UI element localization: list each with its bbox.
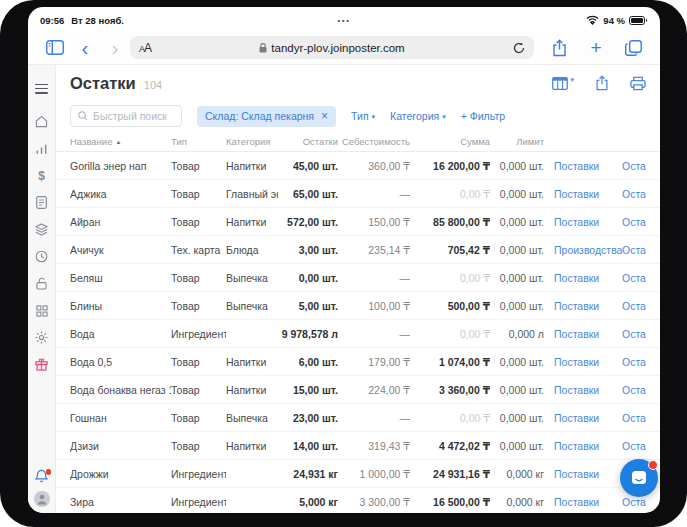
chevron-down-icon: ▾ (570, 76, 574, 84)
remains-link[interactable]: Остатки (622, 356, 646, 368)
cell-sum: 1 074,00 ₸ (410, 356, 490, 368)
columns-button[interactable]: ▾ (552, 77, 574, 90)
cell-cost: 179,00 ₸ (338, 356, 410, 368)
table-row[interactable]: Гошнан Товар Выпечка 23,00 шт. — 0,00 ₸ … (56, 404, 660, 432)
table-row[interactable]: Беляш Товар Выпечка 0,00 шт. — 0,00 ₸ 0,… (56, 264, 660, 292)
supply-link[interactable]: Поставки (554, 384, 622, 396)
col-header-sum[interactable]: Сумма (410, 136, 490, 147)
table-row[interactable]: Дрожжи Ингредиент 24,931 кг 1 000,00 ₸ 2… (56, 460, 660, 488)
supply-link[interactable]: Поставки (554, 328, 622, 340)
supply-link[interactable]: Поставки (554, 188, 622, 200)
notifications-button[interactable] (34, 468, 49, 483)
print-button[interactable] (630, 76, 646, 91)
type-filter-dropdown[interactable]: Тип ▾ (351, 110, 375, 122)
forward-button[interactable]: › (100, 35, 130, 61)
cell-name: Дрожжи (70, 468, 171, 480)
cell-name: Аджика (70, 188, 171, 200)
printer-icon (630, 76, 646, 91)
cell-limit: 0,000 шт. (490, 300, 544, 312)
search-input[interactable]: Быстрый поиск (70, 105, 182, 127)
back-button[interactable]: ‹ (70, 35, 100, 61)
table-row[interactable]: Айран Товар Напитки 572,00 шт. 150,00 ₸ … (56, 208, 660, 236)
col-header-cost[interactable]: Себестоимость (338, 136, 410, 147)
lock-open-icon (36, 277, 47, 290)
remains-link[interactable]: Остатки (622, 272, 646, 284)
url-text: tandyr-plov.joinposter.com (271, 42, 404, 54)
app-sidebar: $ (28, 65, 56, 513)
remains-link[interactable]: Остатки (622, 160, 646, 172)
supply-link[interactable]: Поставки (554, 356, 622, 368)
table-row[interactable]: Ачичук Тех. карта Блюда 3,00 шт. 235,14 … (56, 236, 660, 264)
cell-cost: — (338, 328, 410, 340)
sidebar-item-promotions[interactable] (34, 357, 49, 372)
new-tab-button[interactable]: + (581, 35, 611, 61)
cell-category: Напитки (226, 356, 278, 368)
reload-button[interactable] (513, 42, 525, 54)
remains-link[interactable]: Остатки (622, 328, 646, 340)
supply-link[interactable]: Поставки (554, 440, 622, 452)
sidebar-item-apps[interactable] (34, 303, 49, 318)
col-header-type[interactable]: Тип (171, 136, 226, 147)
cell-cost: — (338, 412, 410, 424)
remains-link[interactable]: Остатки (622, 496, 646, 508)
supply-link[interactable]: Поставки (554, 496, 622, 508)
table-row[interactable]: Вода Ингредиент 9 978,578 л — 0,00 ₸ 0,0… (56, 320, 660, 348)
sidebar-item-home[interactable] (34, 114, 49, 129)
table-row[interactable]: Дзизи Товар Напитки 14,00 шт. 319,43 ₸ 4… (56, 432, 660, 460)
address-bar[interactable]: АА tandyr-plov.joinposter.com (130, 36, 534, 59)
sidebar-item-stats[interactable] (34, 141, 49, 156)
sidebar-item-warehouse[interactable] (34, 222, 49, 237)
sidebar-item-settings[interactable] (34, 330, 49, 345)
cell-name: Ачичук (70, 244, 171, 256)
supply-link[interactable]: Поставки (554, 160, 622, 172)
supply-link[interactable]: Поставки (554, 272, 622, 284)
share-button[interactable] (544, 35, 574, 61)
sidebar-item-access[interactable] (34, 276, 49, 291)
table-row[interactable]: Аджика Товар Главный экран 65,00 шт. — 0… (56, 180, 660, 208)
sidebar-toggle-button[interactable] (40, 35, 70, 61)
table-row[interactable]: Зира Ингредиент 5,000 кг 3 300,00 ₸ 16 5… (56, 488, 660, 513)
cell-type: Товар (171, 160, 226, 172)
supply-link[interactable]: Поставки (554, 468, 622, 480)
document-icon (36, 196, 47, 209)
profile-button[interactable] (34, 491, 49, 506)
remains-link[interactable]: Остатки (622, 300, 646, 312)
table-row[interactable]: Блины Товар Выпечка 5,00 шт. 100,00 ₸ 50… (56, 292, 660, 320)
cell-category: Выпечка (226, 300, 278, 312)
category-filter-label: Категория (390, 110, 439, 122)
tabs-button[interactable] (618, 35, 648, 61)
remains-link[interactable]: Остатки (622, 384, 646, 396)
col-header-limit[interactable]: Лимит (490, 136, 544, 147)
sidebar-item-finance[interactable]: $ (34, 168, 49, 183)
sidebar-item-history[interactable] (34, 249, 49, 264)
dollar-icon: $ (38, 169, 45, 183)
remains-link[interactable]: Остатки (622, 188, 646, 200)
export-button[interactable] (595, 75, 609, 91)
category-filter-dropdown[interactable]: Категория ▾ (390, 110, 446, 122)
warehouse-filter-chip[interactable]: Склад: Склад пекарня × (197, 106, 336, 127)
table-row[interactable]: Gorilla энер нап Товар Напитки 45,00 шт.… (56, 152, 660, 180)
sidebar-item-documents[interactable] (34, 195, 49, 210)
chip-remove-icon[interactable]: × (321, 111, 328, 121)
chat-widget-button[interactable] (620, 459, 658, 497)
remains-link[interactable]: Остатки (622, 244, 646, 256)
bar-chart-icon (35, 143, 48, 155)
add-filter-button[interactable]: + Фильтр (461, 110, 505, 122)
remains-link[interactable]: Остатки (622, 216, 646, 228)
col-header-name[interactable]: Название▲ (70, 136, 171, 147)
table-row[interactable]: Вода бонаква негаз 1л Товар Напитки 15,0… (56, 376, 660, 404)
supply-link[interactable]: Поставки (554, 216, 622, 228)
col-header-category[interactable]: Категория (226, 136, 278, 147)
table-row[interactable]: Вода 0,5 Товар Напитки 6,00 шт. 179,00 ₸… (56, 348, 660, 376)
cell-cost: 319,43 ₸ (338, 440, 410, 452)
supply-link[interactable]: Производства (554, 244, 622, 256)
col-header-stock[interactable]: Остатки (278, 136, 338, 147)
supply-link[interactable]: Поставки (554, 300, 622, 312)
cell-cost: 100,00 ₸ (338, 300, 410, 312)
remains-link[interactable]: Остатки (622, 440, 646, 452)
cell-sum: 0,00 ₸ (410, 328, 490, 340)
remains-link[interactable]: Остатки (622, 412, 646, 424)
supply-link[interactable]: Поставки (554, 412, 622, 424)
items-count: 104 (144, 79, 162, 91)
menu-button[interactable] (35, 81, 48, 96)
